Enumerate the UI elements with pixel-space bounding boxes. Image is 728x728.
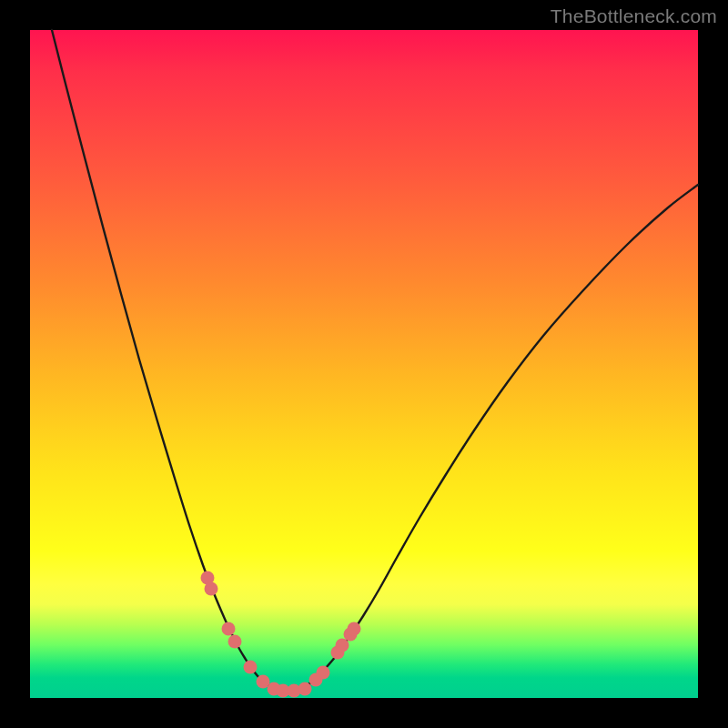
chart-frame: TheBottleneck.com — [0, 0, 728, 728]
data-marker — [317, 666, 330, 680]
data-marker — [244, 661, 258, 674]
data-marker — [228, 635, 242, 649]
right-curve-path — [303, 185, 698, 689]
data-markers — [201, 571, 361, 698]
watermark-text: TheBottleneck.com — [551, 5, 717, 27]
chart-svg — [30, 30, 698, 698]
data-marker — [348, 622, 361, 636]
right-curve — [303, 185, 698, 689]
left-curve — [52, 30, 274, 689]
data-marker — [222, 622, 236, 636]
left-curve-path — [52, 30, 274, 689]
data-marker — [205, 582, 218, 596]
data-marker — [298, 682, 312, 696]
plot-area — [30, 30, 698, 698]
data-marker — [336, 639, 349, 652]
